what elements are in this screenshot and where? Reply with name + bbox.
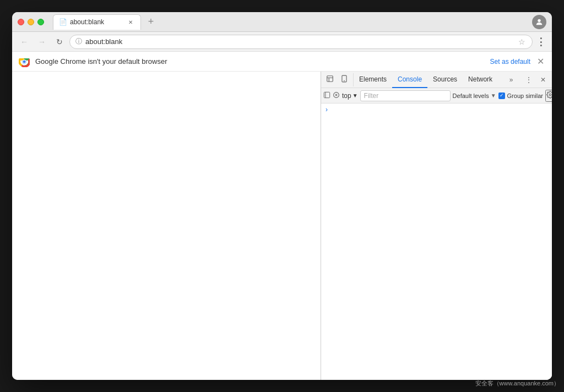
device-icon bbox=[340, 75, 348, 84]
bookmark-button[interactable]: ☆ bbox=[517, 36, 527, 47]
console-body: › bbox=[321, 104, 552, 380]
watermark: 安全客（www.anquanke.com） bbox=[475, 379, 560, 388]
svg-rect-4 bbox=[327, 76, 333, 82]
tab-console[interactable]: Console bbox=[392, 72, 427, 88]
checkmark-icon: ✓ bbox=[500, 93, 504, 98]
tab-favicon: 📄 bbox=[59, 18, 67, 26]
svg-point-0 bbox=[538, 19, 540, 21]
clear-console-button[interactable] bbox=[333, 90, 340, 102]
console-toolbar: top ▼ Default levels ▼ ✓ Group similar bbox=[321, 88, 552, 104]
context-selector[interactable]: top ▼ bbox=[342, 92, 358, 100]
forward-button[interactable]: → bbox=[34, 34, 50, 50]
devtools-menu-icon: ⋮ bbox=[525, 76, 532, 84]
tab-elements[interactable]: Elements bbox=[354, 72, 392, 88]
levels-arrow-icon: ▼ bbox=[491, 92, 496, 99]
context-value: top bbox=[342, 92, 351, 100]
reload-icon: ↻ bbox=[56, 37, 63, 46]
tab-sources[interactable]: Sources bbox=[427, 72, 463, 88]
console-filter-input[interactable] bbox=[360, 90, 451, 101]
close-button[interactable] bbox=[18, 19, 24, 25]
page-content bbox=[12, 72, 321, 380]
main-content: Elements Console Sources Network Perform… bbox=[12, 72, 552, 380]
clear-icon bbox=[333, 91, 340, 100]
devtools-more-tabs: » bbox=[502, 73, 520, 86]
nav-bar: ← → ↻ ⓘ about:blank ☆ ⋮ bbox=[12, 32, 552, 52]
address-bar[interactable]: ⓘ about:blank ☆ bbox=[69, 35, 533, 49]
more-tabs-icon: » bbox=[509, 76, 513, 84]
more-options-button[interactable]: ⋮ bbox=[535, 35, 547, 49]
address-info-icon: ⓘ bbox=[75, 37, 82, 46]
forward-icon: → bbox=[38, 37, 46, 46]
tab-bar: 📄 about:blank ✕ + bbox=[53, 14, 528, 30]
tab-close-button[interactable]: ✕ bbox=[126, 18, 135, 26]
minimize-button[interactable] bbox=[28, 19, 34, 25]
address-text: about:blank bbox=[85, 37, 514, 46]
chrome-logo-icon bbox=[19, 56, 30, 67]
back-button[interactable]: ← bbox=[17, 34, 32, 50]
svg-point-3 bbox=[23, 60, 26, 63]
console-sidebar-button[interactable] bbox=[323, 90, 330, 102]
back-icon: ← bbox=[20, 37, 28, 46]
browser-window: 📄 about:blank ✕ + ← → ↻ bbox=[12, 12, 552, 380]
tab-performance[interactable]: Performance bbox=[498, 72, 502, 88]
info-message: Google Chrome isn't your default browser bbox=[35, 57, 485, 66]
console-settings-button[interactable] bbox=[545, 90, 552, 102]
device-toolbar-button[interactable] bbox=[338, 73, 351, 86]
maximize-button[interactable] bbox=[37, 19, 44, 25]
tab-network[interactable]: Network bbox=[463, 72, 498, 88]
console-chevron-icon: › bbox=[326, 106, 328, 113]
new-tab-icon: + bbox=[148, 16, 154, 28]
new-tab-button[interactable]: + bbox=[143, 14, 159, 30]
sidebar-icon bbox=[323, 91, 330, 100]
more-icon: ⋮ bbox=[536, 36, 546, 47]
inspect-icon bbox=[326, 75, 334, 84]
default-levels-dropdown[interactable]: Default levels ▼ bbox=[453, 92, 496, 99]
traffic-lights bbox=[18, 19, 44, 25]
active-tab[interactable]: 📄 about:blank ✕ bbox=[53, 14, 141, 30]
devtools-tab-bar: Elements Console Sources Network Perform… bbox=[321, 72, 552, 88]
title-bar: 📄 about:blank ✕ + bbox=[12, 12, 552, 32]
user-avatar[interactable] bbox=[532, 15, 546, 29]
group-similar-option: ✓ Group similar bbox=[498, 92, 543, 99]
close-devtools-icon: ✕ bbox=[540, 76, 546, 84]
tab-title: about:blank bbox=[70, 18, 123, 26]
group-similar-checkbox[interactable]: ✓ bbox=[498, 92, 505, 99]
gear-icon bbox=[546, 91, 552, 100]
dismiss-info-bar-button[interactable]: ✕ bbox=[536, 55, 545, 68]
devtools-action-buttons: ⋮ ✕ bbox=[520, 73, 552, 86]
svg-point-14 bbox=[549, 94, 551, 96]
window-controls bbox=[532, 15, 546, 29]
info-bar: Google Chrome isn't your default browser… bbox=[12, 52, 552, 72]
set-default-button[interactable]: Set as default bbox=[490, 58, 530, 66]
devtools-panel: Elements Console Sources Network Perform… bbox=[321, 72, 552, 380]
context-arrow-icon: ▼ bbox=[352, 92, 358, 99]
svg-rect-9 bbox=[324, 92, 329, 97]
devtools-icon-bar bbox=[321, 73, 354, 86]
inspect-element-button[interactable] bbox=[323, 73, 337, 86]
devtools-menu-button[interactable]: ⋮ bbox=[522, 73, 535, 86]
dismiss-icon: ✕ bbox=[537, 57, 544, 66]
address-actions: ☆ bbox=[517, 36, 527, 47]
console-prompt[interactable]: › bbox=[321, 105, 552, 115]
devtools-tabs-list: Elements Console Sources Network Perform… bbox=[354, 72, 502, 88]
reload-button[interactable]: ↻ bbox=[52, 34, 67, 50]
close-devtools-button[interactable]: ✕ bbox=[536, 73, 550, 86]
more-tabs-button[interactable]: » bbox=[505, 73, 518, 86]
